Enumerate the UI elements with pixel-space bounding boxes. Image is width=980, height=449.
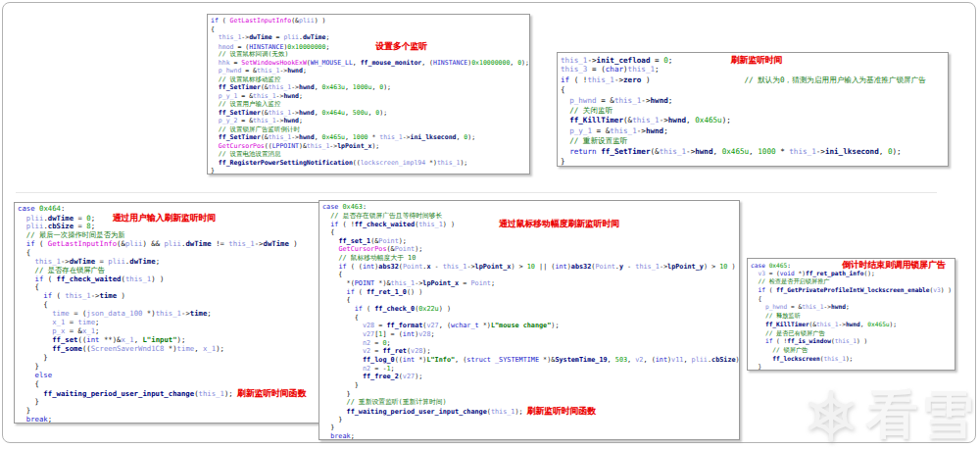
code-box-case-0x465: case 0x465: 倒计时结束则调用锁屏广告 v3 = (void *)ff… <box>747 258 956 371</box>
code-box-refresh-listen-time: this_1->init_cefload = 0; 刷新监听时间this_3 =… <box>557 52 949 167</box>
snowflake-icon <box>804 388 858 443</box>
code-box-case-0x464: case 0x464: plii.dwTime = 0; 通过用户输入刷新监听时… <box>14 202 323 424</box>
kanxue-watermark: 看雪 <box>804 380 976 449</box>
code-box-setup-listeners: if ( GetLastInputInfo(&plii) ){ this_1->… <box>207 14 530 175</box>
stitch-seam-line <box>16 192 937 193</box>
code-box-case-0x463: case 0x463: // 是否存在锁屏广告且等待时间够长 if ( !ff_… <box>318 200 740 440</box>
watermark-text: 看雪 <box>866 380 976 449</box>
